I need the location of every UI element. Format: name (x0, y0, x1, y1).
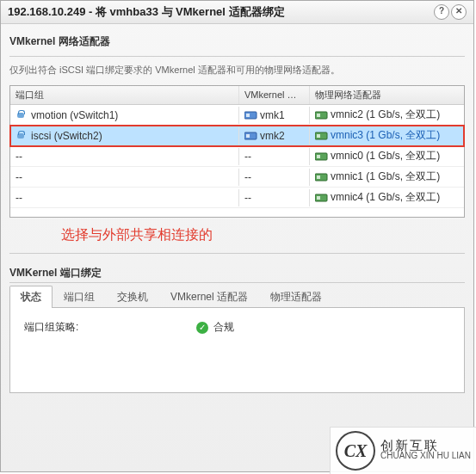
vmk-nic-icon (244, 131, 257, 141)
annotation-text: 选择与外部共享相连接的 (9, 223, 465, 246)
svg-rect-1 (246, 114, 250, 117)
physical-nic-name: vmnic0 (331, 150, 366, 162)
cell-vmkernel: -- (239, 169, 310, 186)
table-row[interactable]: ----vmnic1 (1 Gb/s, 全双工) (10, 167, 464, 188)
portgroup-icon (15, 131, 28, 141)
cell-vmkernel: -- (239, 148, 310, 165)
physical-nic-detail: (1 Gb/s, 全双工) (366, 108, 440, 120)
portgroup-icon (15, 110, 28, 120)
tab-switch[interactable]: 交换机 (106, 286, 159, 308)
col-header-physical[interactable]: 物理网络适配器 (310, 86, 464, 104)
watermark-line1: 创新互联 (380, 440, 471, 451)
grid-header: 端口组 VMkernel 适... 物理网络适配器 (10, 86, 464, 105)
cell-physical: vmnic2 (1 Gb/s, 全双工) (310, 105, 464, 125)
svg-rect-13 (317, 196, 320, 200)
adapters-grid: 端口组 VMkernel 适... 物理网络适配器 vmotion (vSwit… (9, 85, 465, 218)
physical-nic-name: vmnic3 (331, 129, 366, 141)
titlebar-buttons: ? ✕ (434, 4, 467, 20)
cell-vmkernel: vmk2 (239, 127, 310, 145)
physical-nic-name: vmnic2 (331, 108, 366, 120)
portgroup-text: vmotion (vSwitch1) (31, 109, 118, 121)
cell-portgroup: -- (10, 148, 239, 165)
physical-nic-detail: (1 Gb/s, 全双工) (366, 170, 440, 182)
cell-physical: vmnic1 (1 Gb/s, 全双工) (310, 167, 464, 187)
cell-vmkernel: vmk1 (239, 107, 310, 124)
tab-portgrp[interactable]: 端口组 (53, 286, 106, 308)
physical-nic-icon (315, 131, 327, 141)
physical-nic-detail: (1 Gb/s, 全双工) (366, 150, 440, 162)
svg-rect-9 (317, 155, 320, 158)
table-row[interactable]: vmotion (vSwitch1)vmk1vmnic2 (1 Gb/s, 全双… (10, 105, 464, 126)
watermark-text: 创新互联 CHUANG XIN HU LIAN (380, 440, 471, 461)
port-binding-title: VMKernel 端口绑定 (9, 266, 465, 280)
dialog-body: VMkernel 网络适配器 仅列出符合 iSCSI 端口绑定要求的 VMker… (1, 24, 473, 471)
cell-portgroup: vmotion (vSwitch1) (10, 107, 239, 124)
physical-nic-icon (315, 151, 327, 162)
dialog: 192.168.10.249 - 将 vmhba33 与 VMkernel 适配… (0, 0, 474, 472)
physical-nic-name: vmnic4 (331, 191, 366, 203)
cell-portgroup: -- (10, 169, 239, 186)
policy-label: 端口组策略: (24, 320, 196, 335)
physical-nic-icon (315, 193, 327, 203)
svg-rect-7 (317, 134, 320, 138)
svg-rect-3 (317, 114, 320, 117)
tab-physnic[interactable]: 物理适配器 (259, 286, 333, 308)
physical-nic-icon (315, 110, 327, 120)
titlebar: 192.168.10.249 - 将 vmhba33 与 VMkernel 适配… (1, 1, 473, 24)
vmkernel-section-title: VMkernel 网络适配器 (9, 34, 465, 49)
physical-nic-detail: (1 Gb/s, 全双工) (366, 129, 440, 141)
watermark-logo: CX (336, 431, 375, 471)
grid-body[interactable]: vmotion (vSwitch1)vmk1vmnic2 (1 Gb/s, 全双… (10, 105, 464, 217)
cell-physical: vmnic3 (1 Gb/s, 全双工) (310, 126, 464, 145)
tab-vmknic[interactable]: VMkernel 适配器 (159, 286, 259, 308)
check-icon: ✓ (196, 322, 208, 334)
divider (9, 253, 465, 254)
physical-nic-detail: (1 Gb/s, 全双工) (366, 191, 440, 203)
vmk-nic-icon (244, 110, 257, 120)
col-header-portgroup[interactable]: 端口组 (10, 86, 239, 104)
cell-physical: vmnic4 (1 Gb/s, 全双工) (310, 188, 464, 207)
status-panel: 端口组策略: ✓ 合规 (9, 308, 465, 393)
vmk-text: vmk1 (260, 109, 285, 121)
dialog-title: 192.168.10.249 - 将 vmhba33 与 VMkernel 适配… (8, 4, 434, 20)
vmkernel-section-subtitle: 仅列出符合 iSCSI 端口绑定要求的 VMkernel 适配器和可用的物理网络… (9, 64, 465, 77)
table-row[interactable]: iscsi (vSwitch2)vmk2vmnic3 (1 Gb/s, 全双工) (10, 126, 464, 146)
physical-nic-name: vmnic1 (331, 170, 366, 182)
svg-rect-5 (246, 134, 250, 138)
divider (9, 56, 465, 57)
cell-portgroup: -- (10, 189, 239, 206)
help-button[interactable]: ? (434, 4, 449, 20)
tabs: 状态端口组交换机VMkernel 适配器物理适配器 (9, 285, 465, 308)
watermark: CX 创新互联 CHUANG XIN HU LIAN (330, 427, 476, 474)
portgroup-text: iscsi (vSwitch2) (31, 130, 102, 142)
table-row[interactable]: ----vmnic0 (1 Gb/s, 全双工) (10, 146, 464, 167)
policy-value: ✓ 合规 (196, 320, 234, 335)
close-button[interactable]: ✕ (451, 4, 467, 20)
policy-row: 端口组策略: ✓ 合规 (24, 320, 450, 335)
cell-vmkernel: -- (239, 189, 310, 206)
port-binding-section: VMKernel 端口绑定 状态端口组交换机VMkernel 适配器物理适配器 … (9, 264, 465, 393)
col-header-vmkernel[interactable]: VMkernel 适... (239, 86, 310, 104)
tab-status[interactable]: 状态 (9, 286, 53, 308)
divider (9, 282, 465, 283)
cell-portgroup: iscsi (vSwitch2) (10, 127, 239, 145)
vmk-text: vmk2 (260, 130, 285, 142)
physical-nic-icon (315, 172, 327, 182)
watermark-line2: CHUANG XIN HU LIAN (380, 451, 471, 461)
table-row[interactable]: ----vmnic4 (1 Gb/s, 全双工) (10, 188, 464, 208)
policy-value-text: 合规 (213, 320, 234, 335)
svg-rect-11 (317, 175, 320, 179)
cell-physical: vmnic0 (1 Gb/s, 全双工) (310, 146, 464, 166)
